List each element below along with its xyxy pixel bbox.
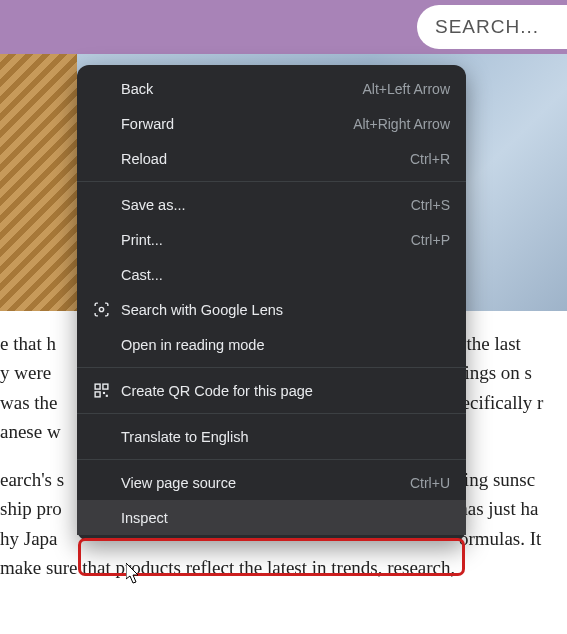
menu-label: Create QR Code for this page [121, 383, 450, 399]
menu-label: View page source [121, 475, 410, 491]
hero-image-left [0, 54, 77, 311]
menu-item-qr-code[interactable]: Create QR Code for this page [77, 373, 466, 408]
menu-label: Cast... [121, 267, 450, 283]
article-text: ship pro [0, 498, 62, 519]
menu-item-inspect[interactable]: Inspect [77, 500, 466, 535]
article-text: hy Japa [0, 528, 58, 549]
article-text: ling sunsc [459, 469, 536, 490]
article-text: anese w [0, 421, 61, 442]
menu-item-google-lens[interactable]: Search with Google Lens [77, 292, 466, 327]
menu-shortcut: Ctrl+S [411, 197, 450, 213]
menu-shortcut: Alt+Left Arrow [362, 81, 450, 97]
menu-label: Forward [121, 116, 353, 132]
svg-rect-3 [95, 392, 100, 397]
context-menu: Back Alt+Left Arrow Forward Alt+Right Ar… [77, 65, 466, 541]
menu-item-translate[interactable]: Translate to English [77, 419, 466, 454]
menu-shortcut: Ctrl+P [411, 232, 450, 248]
menu-shortcut: Alt+Right Arrow [353, 116, 450, 132]
header-bar [0, 0, 567, 54]
menu-label: Inspect [121, 510, 450, 526]
menu-item-save-as[interactable]: Save as... Ctrl+S [77, 187, 466, 222]
google-lens-icon [93, 301, 121, 318]
article-text: make sure that products reflect the late… [0, 557, 455, 578]
search-container [417, 5, 567, 49]
menu-shortcut: Ctrl+U [410, 475, 450, 491]
menu-item-cast[interactable]: Cast... [77, 257, 466, 292]
menu-item-forward[interactable]: Forward Alt+Right Arrow [77, 106, 466, 141]
search-input[interactable] [435, 16, 567, 38]
article-text: ormulas. It [459, 528, 541, 549]
svg-rect-5 [106, 395, 108, 397]
menu-divider [77, 459, 466, 460]
menu-item-reading-mode[interactable]: Open in reading mode [77, 327, 466, 362]
menu-label: Back [121, 81, 362, 97]
menu-item-reload[interactable]: Reload Ctrl+R [77, 141, 466, 176]
menu-item-print[interactable]: Print... Ctrl+P [77, 222, 466, 257]
svg-point-0 [99, 307, 103, 311]
article-text: y were [0, 362, 56, 383]
menu-shortcut: Ctrl+R [410, 151, 450, 167]
menu-label: Translate to English [121, 429, 450, 445]
svg-rect-1 [95, 384, 100, 389]
menu-item-back[interactable]: Back Alt+Left Arrow [77, 71, 466, 106]
article-text: earch's s [0, 469, 64, 490]
svg-rect-4 [103, 392, 105, 394]
menu-label: Print... [121, 232, 411, 248]
menu-divider [77, 181, 466, 182]
menu-label: Open in reading mode [121, 337, 450, 353]
menu-divider [77, 413, 466, 414]
menu-label: Search with Google Lens [121, 302, 450, 318]
menu-label: Save as... [121, 197, 411, 213]
menu-item-view-source[interactable]: View page source Ctrl+U [77, 465, 466, 500]
article-text: has just ha [458, 498, 538, 519]
menu-label: Reload [121, 151, 410, 167]
article-text: e that h [0, 333, 56, 354]
menu-divider [77, 367, 466, 368]
qr-code-icon [93, 382, 121, 399]
svg-rect-2 [103, 384, 108, 389]
article-text: was the [0, 392, 58, 413]
